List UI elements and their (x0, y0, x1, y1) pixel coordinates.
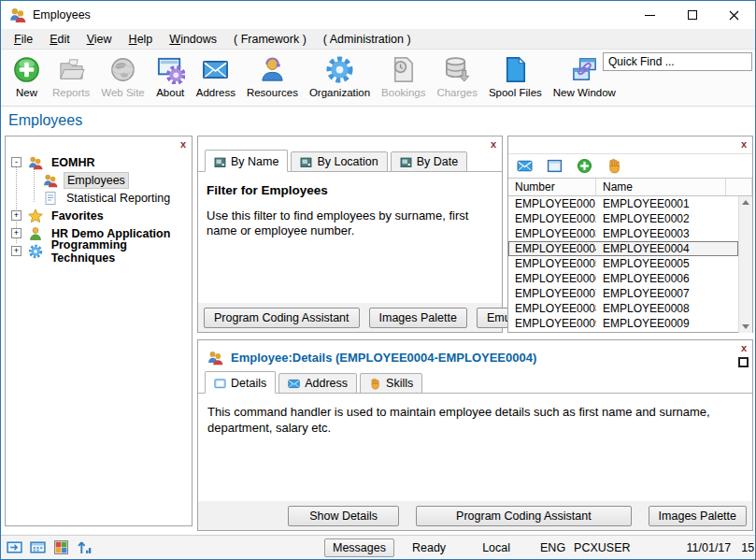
expand-icon[interactable]: + (11, 228, 21, 238)
details-description: This command handler is used to maintain… (207, 405, 743, 437)
maximize-icon (688, 10, 697, 20)
window-switch-icon[interactable] (7, 539, 22, 555)
tab-by-date[interactable]: By Date (391, 151, 467, 172)
scroll-up-icon[interactable] (742, 200, 749, 205)
employee-details-panel: x Employee:Details (EMPLOYEE0004-EMPLOYE… (197, 339, 753, 531)
show-details-button[interactable]: Show Details (288, 506, 399, 526)
collapse-icon[interactable]: - (11, 157, 21, 167)
tab-by-name[interactable]: By Name (205, 150, 288, 172)
cell-number: EMPLOYEE0008 (508, 302, 596, 315)
scroll-down-icon[interactable] (742, 324, 749, 329)
column-header-number[interactable]: Number (508, 179, 596, 195)
employee-grid: Number Name EMPLOYEE0001EMPLOYEE0001 EMP… (508, 179, 752, 333)
tab-address[interactable]: Address (278, 373, 357, 394)
organization-button[interactable]: Organization (304, 54, 376, 100)
details-panel-maximize-button[interactable] (738, 357, 749, 367)
minimize-button[interactable] (629, 1, 671, 29)
new-button[interactable]: New (7, 54, 47, 100)
status-bar: Messages Ready Local ENG PCXUSER 11/01/1… (1, 535, 755, 559)
details-body: This command handler is used to maintain… (198, 405, 752, 437)
menu-edit[interactable]: Edit (41, 31, 78, 48)
employee-row[interactable]: EMPLOYEE0002EMPLOYEE0002 (508, 211, 752, 226)
window-grid-icon[interactable] (30, 539, 46, 555)
charges-button: Charges (431, 54, 482, 100)
employee-row[interactable]: EMPLOYEE0001EMPLOYEE0001 (508, 196, 752, 211)
form-tab-icon (300, 156, 312, 168)
add-icon[interactable] (577, 158, 592, 174)
envelope-icon[interactable] (517, 158, 533, 174)
program-coding-assistant-button[interactable]: Program Coding Assistant (416, 506, 632, 526)
hand-icon[interactable] (606, 158, 622, 174)
reports-icon (57, 55, 86, 84)
employee-row[interactable]: EMPLOYEE0003EMPLOYEE0003 (508, 226, 752, 241)
expand-icon[interactable]: + (11, 246, 21, 256)
tool-label: About (156, 87, 184, 98)
vertical-scrollbar[interactable] (738, 196, 752, 333)
menu-administration[interactable]: ( Administration ) (315, 31, 420, 48)
menu-view[interactable]: View (78, 31, 121, 48)
menu-help[interactable]: Help (121, 31, 162, 48)
window-title: Employees (33, 8, 91, 22)
address-button[interactable]: Address (191, 54, 241, 100)
tab-by-location[interactable]: By Location (291, 151, 387, 172)
grid-header: Number Name (508, 179, 752, 196)
close-button[interactable] (713, 1, 755, 29)
filter-panel: x By Name By Location By Date Filter for… (197, 136, 503, 333)
tree-item-favorites[interactable]: + Favorites (6, 207, 192, 224)
employee-row-selected[interactable]: EMPLOYEE0004EMPLOYEE0004 (508, 241, 738, 256)
list-panel-close-button[interactable]: x (738, 138, 749, 150)
star-icon (28, 208, 43, 223)
tab-details[interactable]: Details (205, 371, 276, 394)
hand-icon (369, 378, 381, 390)
tree-panel-close-button[interactable]: x (178, 138, 189, 150)
employee-row[interactable]: EMPLOYEE0009EMPLOYEE0009 (508, 316, 752, 331)
new-window-icon (570, 55, 599, 84)
charges-icon (443, 55, 472, 84)
cell-name: EMPLOYEE0005 (596, 257, 726, 270)
employee-row[interactable]: EMPLOYEE0008EMPLOYEE0008 (508, 301, 752, 316)
quick-find-input[interactable] (603, 52, 752, 71)
color-grid-icon[interactable] (53, 539, 69, 555)
menu-file[interactable]: File (6, 31, 41, 48)
tree-item-statistical-reporting[interactable]: Statistical Reporting (6, 189, 192, 207)
employee-row[interactable]: EMPLOYEE0006EMPLOYEE0006 (508, 271, 752, 286)
form-tab-icon (400, 156, 412, 168)
maximize-button[interactable] (671, 1, 713, 29)
messages-button[interactable]: Messages (324, 538, 394, 557)
people-icon (28, 155, 43, 170)
tree-item-eomhr[interactable]: - EOMHR (6, 153, 192, 171)
filter-tabs: By Name By Location By Date (198, 150, 502, 172)
tree-item-label: Programming Techniques (49, 237, 192, 266)
employee-row[interactable]: EMPLOYEE0005EMPLOYEE0005 (508, 256, 752, 271)
cell-number: EMPLOYEE0006 (508, 272, 596, 285)
spool-files-button[interactable]: Spool Files (483, 54, 548, 100)
app-icon (9, 7, 26, 23)
expand-icon[interactable]: + (11, 210, 21, 221)
list-toolbar (508, 153, 752, 179)
column-header-name[interactable]: Name (596, 179, 726, 195)
filter-panel-close-button[interactable]: x (488, 138, 499, 150)
window-icon[interactable] (547, 158, 563, 174)
tree-item-programming-techniques[interactable]: + Programming Techniques (6, 242, 192, 260)
tree-item-employees[interactable]: Employees (6, 171, 192, 189)
tool-label: Reports (52, 87, 90, 98)
about-button[interactable]: About (150, 54, 191, 100)
employee-row[interactable]: EMPLOYEE0007EMPLOYEE0007 (508, 286, 752, 301)
images-palette-button[interactable]: Images Palette (369, 308, 467, 328)
tab-skills[interactable]: Skills (360, 373, 422, 394)
menu-framework[interactable]: ( Framework ) (225, 31, 315, 48)
sort-ascending-icon[interactable] (77, 539, 93, 555)
cell-number: EMPLOYEE0003 (508, 227, 596, 240)
menu-windows[interactable]: Windows (161, 31, 225, 48)
images-palette-button[interactable]: Images Palette (649, 506, 747, 526)
cell-number: EMPLOYEE0009 (508, 317, 596, 330)
status-connection: Local (482, 541, 510, 554)
details-panel-close-button[interactable]: x (738, 342, 749, 353)
form-tab-icon (214, 156, 226, 168)
program-coding-assistant-button[interactable]: Program Coding Assistant (204, 308, 360, 328)
resources-button[interactable]: Resources (241, 54, 304, 100)
people-icon (207, 350, 223, 366)
envelope-icon (288, 378, 300, 390)
toolbar: New Reports Web Site About Address Resou… (1, 50, 755, 107)
organization-icon (325, 55, 354, 84)
